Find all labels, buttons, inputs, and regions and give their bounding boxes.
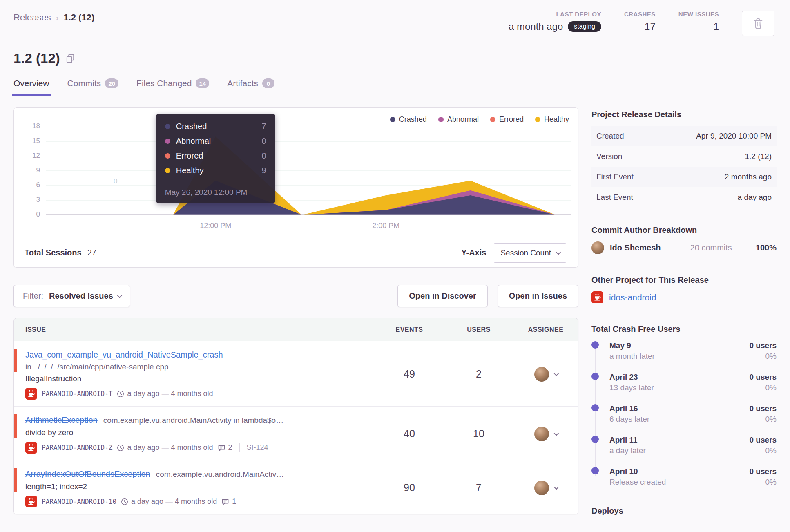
author-avatar: [591, 241, 604, 254]
issue-title-link[interactable]: ArithmeticException: [25, 416, 98, 425]
faded-zero-label: 0: [114, 177, 117, 186]
project-avatar-icon: [25, 388, 37, 400]
comments-icon: [221, 498, 229, 505]
chart-footer: Total Sessions 27 Y-Axis Session Count: [14, 238, 578, 267]
last-deploy-value: a month ago: [509, 21, 563, 32]
healthy-dot-icon: [165, 168, 170, 173]
open-in-discover-button[interactable]: Open in Discover: [397, 285, 488, 307]
healthy-legend-dot: [535, 117, 540, 122]
tab-commits[interactable]: Commits 20: [67, 78, 119, 96]
x-axis-tick-label: 12:00 PM: [200, 221, 231, 230]
chevron-down-icon: [556, 250, 561, 255]
authors-heading: Commit Author Breakdown: [591, 226, 777, 235]
y-axis-tick-label: 18: [19, 122, 40, 130]
timeline-dot: [591, 341, 599, 349]
y-axis-tick-label: 9: [19, 166, 40, 174]
chart-legend: Crashed Abnormal Errored Healthy: [390, 115, 569, 124]
sessions-chart-card: Crashed Abnormal Errored Healthy: [13, 107, 578, 268]
release-tabs: Overview Commits 20 Files Changed 14 Art…: [13, 78, 774, 96]
assignee-avatar[interactable]: [534, 481, 549, 495]
project-avatar-icon: [25, 496, 37, 507]
crashed-legend-dot: [390, 117, 395, 122]
issue-annotation[interactable]: SI-124: [247, 443, 268, 452]
breadcrumb-releases[interactable]: Releases: [13, 12, 51, 23]
page-header: Releases › 1.2 (12) LAST DEPLOY a month …: [0, 0, 790, 96]
issue-message: divide by zero: [25, 427, 366, 438]
tooltip-timestamp: May 26, 2020 12:00 PM: [165, 182, 266, 203]
issue-culprit: in ../../../../src/main/cpp/native-sampl…: [25, 361, 366, 373]
chevron-down-icon[interactable]: [553, 431, 559, 436]
breadcrumb-current: 1.2 (12): [63, 12, 94, 23]
legend-item-errored[interactable]: Errored: [490, 115, 524, 124]
chart-plot-area[interactable]: [46, 127, 571, 215]
detail-row: Created Apr 9, 2020 10:00 PM: [591, 126, 777, 146]
error-level-bar: [14, 414, 17, 438]
release-sidebar: Project Release Details Created Apr 9, 2…: [591, 107, 777, 522]
issue-row: ArithmeticExceptioncom.example.vu.androi…: [14, 407, 578, 460]
tab-files-changed-badge: 14: [196, 78, 209, 88]
y-axis-tick-label: 0: [19, 210, 40, 219]
copy-icon[interactable]: [66, 54, 75, 63]
details-heading: Project Release Details: [591, 110, 777, 119]
issues-toolbar: Filter: Resolved Issues Open in Discover…: [13, 285, 578, 307]
tab-overview[interactable]: Overview: [13, 78, 49, 96]
issue-age: a day ago — 4 months old: [131, 497, 217, 506]
timeline-dot: [591, 404, 599, 411]
crash-free-timeline: May 9 a month later 0 users 0% April 23 …: [591, 340, 777, 487]
tab-files-changed[interactable]: Files Changed 14: [136, 78, 209, 96]
assignee-avatar[interactable]: [534, 427, 549, 441]
timeline-item: April 11 a day later 0 users 0%: [591, 435, 777, 456]
issue-culprit: com.example.vu.android.MainActiv…: [156, 470, 284, 478]
tab-artifacts[interactable]: Artifacts 0: [227, 78, 274, 96]
stat-last-deploy: LAST DEPLOY a month ago staging: [509, 11, 601, 32]
project-avatar-icon: [25, 442, 37, 454]
open-in-issues-button[interactable]: Open in Issues: [498, 285, 578, 307]
total-sessions-value: 27: [87, 248, 96, 257]
project-slug: PARANOID-ANDROID-10: [42, 498, 116, 505]
total-sessions-label: Total Sessions: [25, 248, 82, 257]
timeline-dot: [591, 436, 599, 443]
environment-badge: staging: [568, 21, 601, 32]
clock-icon: [117, 390, 124, 398]
chevron-down-icon[interactable]: [553, 485, 559, 490]
other-project-link[interactable]: idos-android: [609, 293, 656, 302]
issue-row: ArrayIndexOutOfBoundsExceptioncom.exampl…: [14, 460, 578, 514]
y-axis-tick-label: 3: [19, 196, 40, 204]
release-details-table: Created Apr 9, 2020 10:00 PM Version 1.2…: [591, 126, 777, 208]
issue-title-link[interactable]: Java_com_example_vu_android_NativeSample…: [25, 350, 223, 359]
detail-row: Last Event a day ago: [591, 187, 777, 208]
breadcrumb-chevron-icon: ›: [56, 13, 59, 22]
y-axis-tick-label: 15: [19, 137, 40, 145]
issue-message: IllegalInstruction: [25, 373, 366, 384]
issue-events-count: 90: [375, 468, 444, 507]
crashed-dot-icon: [165, 124, 170, 129]
chart-tooltip: Crashed 7 Abnormal 0 Errored 0: [156, 114, 275, 203]
error-level-bar: [14, 468, 17, 492]
issue-events-count: 40: [375, 414, 444, 454]
legend-item-crashed[interactable]: Crashed: [390, 115, 427, 124]
issue-title-link[interactable]: ArrayIndexOutOfBoundsException: [25, 469, 150, 478]
timeline-dot: [591, 467, 599, 474]
deploys-heading: Deploys: [591, 506, 777, 516]
issues-table-header: ISSUE EVENTS USERS ASSIGNEE: [14, 318, 578, 341]
issue-culprit: com.example.vu.android.MainActivity in l…: [103, 416, 283, 425]
delete-release-button[interactable]: [742, 11, 774, 36]
issue-comments-count: 2: [228, 443, 232, 452]
issue-events-count: 49: [375, 349, 444, 400]
sessions-chart[interactable]: Crashed Abnormal Errored Healthy: [14, 108, 578, 238]
legend-item-abnormal[interactable]: Abnormal: [438, 115, 479, 124]
issues-filter-dropdown[interactable]: Filter: Resolved Issues: [13, 285, 130, 307]
yaxis-select[interactable]: Session Count: [493, 243, 567, 263]
assignee-avatar[interactable]: [534, 367, 549, 382]
timeline-item: April 16 6 days later 0 users 0%: [591, 403, 777, 425]
timeline-dot: [591, 373, 599, 380]
page-title: 1.2 (12): [13, 51, 60, 66]
project-slug: PARANOID-ANDROID-Z: [42, 444, 112, 452]
trash-icon: [753, 18, 763, 29]
chevron-down-icon[interactable]: [553, 371, 559, 376]
crash-free-heading: Total Crash Free Users: [591, 324, 777, 334]
legend-item-healthy[interactable]: Healthy: [535, 115, 569, 124]
y-axis-tick-label: 6: [19, 181, 40, 189]
project-avatar-icon: [591, 291, 603, 303]
x-axis-tick: [386, 215, 386, 218]
